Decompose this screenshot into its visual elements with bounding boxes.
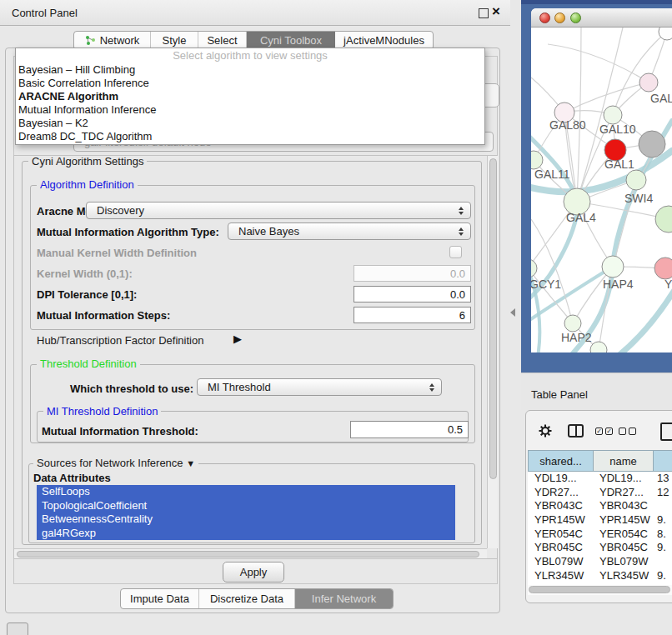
network-node-hap2[interactable]	[564, 315, 581, 332]
network-node-gal11[interactable]	[531, 151, 543, 169]
table-row[interactable]: YBR045CYBR045C9.	[528, 541, 672, 555]
table-row[interactable]: YBR043CYBR043C	[528, 499, 672, 513]
table-cell: 9.	[654, 541, 672, 555]
table-cell: YBR043C	[594, 499, 654, 513]
mac-close-icon[interactable]	[539, 12, 550, 23]
tab-impute-data[interactable]: Impute Data	[121, 589, 199, 608]
table-row[interactable]: YPR145WYPR145W9.	[528, 513, 672, 528]
network-node-hap4[interactable]	[602, 256, 624, 278]
control-panel-title: Control Panel	[12, 7, 78, 19]
algorithm-option[interactable]: Basic Correlation Inference	[16, 77, 484, 90]
column-header-shared-name[interactable]: shared...	[528, 450, 594, 472]
table-cell: YDL19...	[594, 472, 654, 486]
table-row[interactable]: YER054CYER054C8.	[528, 528, 672, 542]
node-label-gal4: GAL4	[566, 211, 596, 224]
table-cell: YDL19...	[528, 472, 594, 486]
network-node-top-partial[interactable]	[659, 28, 672, 40]
tab-select[interactable]: Select	[198, 32, 247, 49]
mi-algorithm-type-label: Mutual Information Algorithm Type:	[37, 226, 219, 238]
algorithm-option[interactable]: Bayesian – Hill Climbing	[16, 63, 484, 77]
spinner-arrows-icon	[459, 228, 464, 236]
which-threshold-label: Which threshold to use:	[70, 382, 193, 395]
network-node-gal10[interactable]	[604, 106, 622, 124]
tab-style[interactable]: Style	[151, 32, 198, 49]
tab-discretize-data[interactable]: Discretize Data	[199, 589, 295, 608]
tab-infer-network[interactable]: Infer Network	[295, 589, 393, 608]
cyni-bottom-tabs: Impute Data Discretize Data Infer Networ…	[120, 588, 394, 609]
network-node-gcy1[interactable]	[531, 259, 537, 278]
manual-kernel-width-checkbox[interactable]	[449, 246, 462, 258]
table-cell	[654, 499, 672, 513]
column-header-name[interactable]: name	[594, 450, 654, 472]
mac-minimize-icon[interactable]	[554, 12, 565, 23]
which-threshold-dropdown[interactable]: MI Threshold	[197, 378, 442, 396]
mi-threshold-label: Mutual Information Threshold:	[42, 425, 198, 438]
table-row[interactable]: YDR27...YDR27...12	[528, 486, 672, 500]
table-header-row: shared... name	[528, 450, 672, 472]
dpi-tolerance-field[interactable]	[354, 286, 471, 302]
hub-definition-label: Hub/Transcription Factor Definition	[37, 334, 203, 347]
splitter-arrow-icon[interactable]	[510, 308, 515, 317]
network-node-gray-node[interactable]	[639, 131, 665, 158]
network-window: GALGAL80GAL10GAL1GAL11SWI4GAL4GCY1HAP4YH…	[531, 8, 672, 352]
cyni-algorithm-settings-title: Cyni Algorithm Settings	[28, 156, 147, 167]
network-node-bottom-node[interactable]	[590, 342, 607, 352]
network-window-titlebar	[531, 8, 672, 28]
network-node-big-green[interactable]	[655, 206, 672, 232]
apply-button[interactable]: Apply	[223, 562, 284, 582]
aracne-mode-dropdown[interactable]: Discovery	[86, 202, 471, 219]
app-root: Control Panel × Network Style Select Cyn…	[0, 0, 672, 635]
algorithm-option[interactable]: Bayesian – K2	[16, 117, 484, 130]
table-cell	[654, 555, 672, 569]
close-panel-icon[interactable]: ×	[492, 3, 500, 20]
network-canvas[interactable]: GALGAL80GAL10GAL1GAL11SWI4GAL4GCY1HAP4YH…	[531, 28, 672, 352]
table-row[interactable]: YLR345WYLR345W9.	[528, 569, 672, 583]
mi-steps-field[interactable]	[354, 307, 471, 323]
tab-network[interactable]: Network	[74, 32, 151, 49]
hub-expand-arrow-icon[interactable]: ▶	[233, 332, 242, 345]
table-cell: 9.	[654, 569, 672, 583]
settings-vertical-scrollbar[interactable]	[487, 156, 498, 548]
algorithm-option[interactable]: Mutual Information Inference	[16, 103, 484, 117]
data-attributes-list[interactable]: SelfLoopsTopologicalCoefficientBetweenne…	[37, 485, 455, 540]
column-header-partial[interactable]	[654, 450, 672, 472]
data-attribute-item[interactable]: TopologicalCoefficient	[37, 499, 455, 513]
which-threshold-value: MI Threshold	[208, 381, 271, 393]
settings-horizontal-scrollbar[interactable]	[14, 548, 487, 558]
network-node-swi4[interactable]	[626, 170, 646, 190]
mi-steps-label: Mutual Information Steps:	[37, 309, 170, 322]
sources-collapse-arrow-icon[interactable]: ▼	[186, 458, 195, 468]
select-all-columns-icon[interactable]: ✓✓	[595, 428, 613, 435]
collapsed-panel-button[interactable]	[7, 622, 28, 635]
table-settings-gear-icon[interactable]	[539, 424, 552, 438]
dpi-tolerance-label: DPI Tolerance [0,1]:	[37, 288, 137, 301]
tab-jactivemnodules[interactable]: jActiveMNodules	[335, 32, 433, 49]
tab-discretize-data-label: Discretize Data	[210, 592, 283, 605]
tab-cyni-toolbox[interactable]: Cyni Toolbox	[247, 32, 335, 49]
algorithm-option[interactable]: Dream8 DC_TDC Algorithm	[16, 130, 484, 143]
export-table-icon[interactable]	[660, 422, 672, 441]
node-label-gal10: GAL10	[599, 122, 636, 136]
algorithm-option[interactable]: ARACNE Algorithm	[16, 90, 484, 103]
data-attribute-item[interactable]: gal4RGexp	[37, 527, 455, 541]
data-attributes-label: Data Attributes	[33, 472, 111, 484]
table-cell: YDR27...	[528, 486, 594, 500]
kernel-width-field[interactable]	[354, 265, 471, 282]
mi-threshold-field[interactable]	[350, 421, 469, 438]
table-cell: YDR27...	[594, 486, 654, 500]
network-node-pink-right[interactable]	[654, 258, 672, 279]
show-columns-icon[interactable]	[568, 424, 584, 438]
apply-button-label: Apply	[240, 566, 268, 578]
data-attribute-item[interactable]: SelfLoops	[37, 485, 455, 499]
float-window-icon[interactable]	[479, 8, 489, 18]
mac-zoom-icon[interactable]	[570, 12, 581, 23]
deselect-all-columns-icon[interactable]	[619, 428, 636, 435]
data-attribute-item[interactable]: BetweennessCentrality	[37, 512, 455, 527]
table-horizontal-scrollbar[interactable]	[528, 585, 672, 595]
table-row[interactable]: YBL079WYBL079W	[528, 555, 672, 569]
table-cell: YER054C	[528, 528, 594, 542]
mi-algorithm-type-dropdown[interactable]: Naive Bayes	[228, 222, 471, 240]
network-frame-top-band	[521, 0, 672, 4]
table-row[interactable]: YDL19...YDL19...13	[528, 472, 672, 486]
network-node-gal-top[interactable]	[639, 73, 658, 92]
